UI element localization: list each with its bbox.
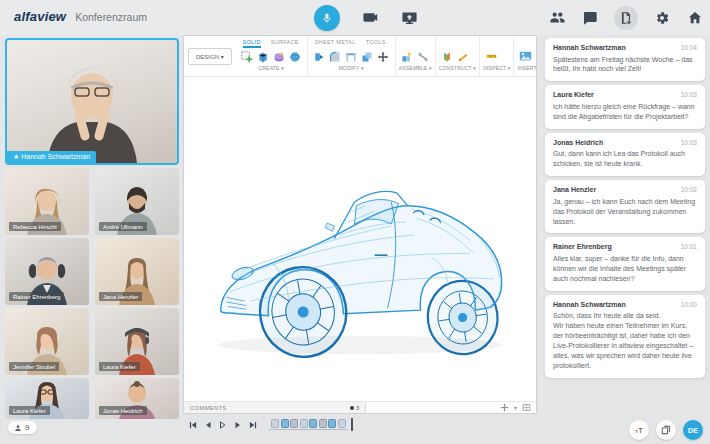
cad-group-construct[interactable]: CONSTRUCT ▾ xyxy=(439,65,476,73)
person-icon xyxy=(14,424,22,432)
cad-tab-tools[interactable]: TOOLS xyxy=(366,39,386,45)
timeline-position-marker[interactable] xyxy=(351,418,353,431)
timeline-feature-chip[interactable] xyxy=(290,419,298,428)
timeline-feature-chip[interactable] xyxy=(309,419,317,428)
home-button[interactable] xyxy=(686,9,704,27)
combine-icon[interactable] xyxy=(361,50,374,63)
joint-icon[interactable] xyxy=(417,50,430,63)
video-tile[interactable]: Jana Henzler xyxy=(95,238,179,305)
cad-timeline xyxy=(186,418,353,431)
brand: alfaview Konferenzraum xyxy=(14,9,147,24)
app-controls xyxy=(548,0,704,35)
cad-construct-tools xyxy=(439,48,476,65)
chat-message: Rainer Ehrenberg10:01 Alles klar, super … xyxy=(545,237,705,290)
chat-author: Laura Kiefer xyxy=(553,91,681,98)
live-protocol-button[interactable] xyxy=(614,6,638,30)
timeline-feature-track[interactable] xyxy=(269,419,348,430)
plane-icon[interactable] xyxy=(441,50,454,63)
video-tile[interactable]: Rebecca Hirschl xyxy=(5,168,89,235)
comments-panel[interactable]: COMMENTS 3 xyxy=(184,402,366,413)
chat-author: Rainer Ehrenberg xyxy=(553,243,681,250)
timeline-feature-chip[interactable] xyxy=(281,419,289,428)
video-tile[interactable]: Laura Kiefer xyxy=(95,308,179,375)
moderator-star-icon: ★ xyxy=(13,153,19,160)
grid-display-icon[interactable] xyxy=(522,403,531,413)
participant-name-badge: André Ullmann xyxy=(99,222,147,231)
microphone-icon xyxy=(321,12,333,24)
timeline-feature-chip[interactable] xyxy=(319,419,327,428)
chat-timestamp: 10:01 xyxy=(681,243,697,250)
chat-message: Laura Kiefer10:03 Ich hätte hierzu gleic… xyxy=(545,85,705,128)
cad-tab-solid[interactable]: SOLID xyxy=(243,39,261,46)
screenshare-window[interactable]: DESIGN ▾ SOLID SURFACE CREATE ▾ SHEET ME… xyxy=(183,35,537,414)
timeline-play-button[interactable] xyxy=(216,418,229,431)
participant-name-badge: Rebecca Hirschl xyxy=(9,222,61,231)
comments-label: COMMENTS xyxy=(190,405,346,411)
participant-name-badge: Jana Henzler xyxy=(99,292,142,301)
video-tile[interactable]: Rainer Ehrenberg xyxy=(5,238,89,305)
create-sketch-icon[interactable] xyxy=(241,50,254,63)
cad-group-create[interactable]: CREATE ▾ xyxy=(239,65,304,73)
copy-transcript-button[interactable] xyxy=(656,420,676,440)
chat-author: Jana Henzler xyxy=(553,186,681,193)
cad-group-insert[interactable]: INSERT xyxy=(517,65,536,73)
timeline-feature-chip[interactable] xyxy=(271,419,279,428)
revolve-icon[interactable] xyxy=(273,50,286,63)
video-tile[interactable]: André Ullmann xyxy=(95,168,179,235)
fillet-icon[interactable] xyxy=(329,50,342,63)
measure-icon[interactable] xyxy=(485,50,498,63)
insert-image-icon[interactable] xyxy=(519,50,532,63)
cad-group-inspect[interactable]: INSPECT ▾ xyxy=(483,65,510,73)
cad-tab-sheet-metal[interactable]: SHEET METAL xyxy=(315,39,356,45)
chat-author: Jonas Heidrich xyxy=(553,139,681,146)
language-button[interactable]: DE xyxy=(683,420,703,440)
chat-author: Hannah Schwartzman xyxy=(553,44,681,51)
participant-count-value: 9 xyxy=(25,423,29,432)
video-tile[interactable]: Jonas Heidrich xyxy=(95,378,179,419)
chat-button[interactable] xyxy=(581,9,599,27)
corner-caret-icon[interactable]: ▾ xyxy=(514,404,517,411)
video-tile[interactable]: Jennifer Strobel xyxy=(5,308,89,375)
cad-group-modify[interactable]: MODIFY ▾ xyxy=(311,65,392,73)
cad-tab-surface[interactable]: SURFACE xyxy=(271,39,299,45)
participant-count[interactable]: 9 xyxy=(8,421,37,434)
new-component-icon[interactable] xyxy=(401,50,414,63)
chat-timestamp: 10:00 xyxy=(681,301,697,308)
comment-dot-icon xyxy=(350,406,354,410)
axis-icon[interactable] xyxy=(457,50,470,63)
press-pull-icon[interactable] xyxy=(313,50,326,63)
pan-icon[interactable] xyxy=(500,403,509,413)
move-icon[interactable] xyxy=(377,50,390,63)
timeline-skip-start-button[interactable] xyxy=(186,418,199,431)
shell-icon[interactable] xyxy=(345,50,358,63)
timeline-feature-chip[interactable] xyxy=(338,419,346,428)
timeline-skip-end-button[interactable] xyxy=(246,418,259,431)
viewport-corner-controls: ▾ xyxy=(500,403,536,413)
cad-insert-tools xyxy=(517,48,536,65)
timeline-step-forward-button[interactable] xyxy=(231,418,244,431)
cad-design-menu[interactable]: DESIGN ▾ xyxy=(188,48,232,65)
text-size-button[interactable]: тT xyxy=(629,420,649,440)
settings-button[interactable] xyxy=(653,9,671,27)
video-tile[interactable]: Laura Kiefer xyxy=(5,378,89,419)
chat-text: Schön, dass Ihr heute alle da seid. Wir … xyxy=(553,311,697,371)
sphere-icon[interactable] xyxy=(289,50,302,63)
cad-group-assemble[interactable]: ASSEMBLE ▾ xyxy=(399,65,432,73)
cad-viewport[interactable] xyxy=(184,78,536,401)
camera-button[interactable] xyxy=(361,9,379,27)
participant-video xyxy=(17,58,167,163)
timeline-feature-chip[interactable] xyxy=(300,419,308,428)
extrude-icon[interactable] xyxy=(257,50,270,63)
screen-share-button[interactable] xyxy=(400,9,418,27)
microphone-button[interactable] xyxy=(314,5,340,31)
timeline-feature-chip[interactable] xyxy=(328,419,336,428)
copy-icon xyxy=(661,425,671,435)
cad-toolbar: DESIGN ▾ SOLID SURFACE CREATE ▾ SHEET ME… xyxy=(184,36,536,77)
media-controls xyxy=(314,0,418,35)
chat-timestamp: 10:04 xyxy=(681,44,697,51)
chat-text: Spätestens am Freitag nächste Woche – da… xyxy=(553,55,697,75)
chat-message: Hannah Schwartzman10:00 Schön, dass Ihr … xyxy=(545,295,705,378)
participants-button[interactable] xyxy=(548,9,566,27)
timeline-step-back-button[interactable] xyxy=(201,418,214,431)
video-tile-featured[interactable]: ★ Hannah Schwartzman xyxy=(5,38,179,165)
